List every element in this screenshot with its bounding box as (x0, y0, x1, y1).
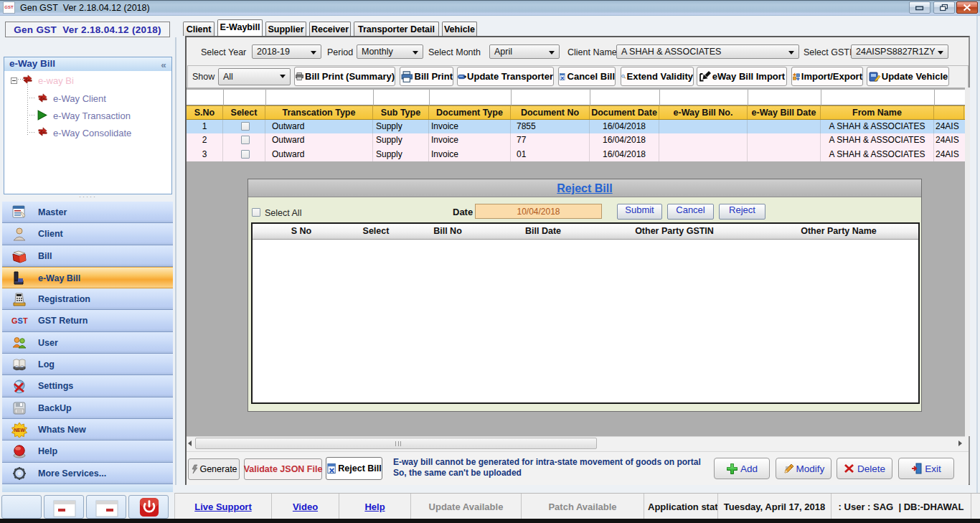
svg-text:NEW: NEW (14, 428, 25, 433)
